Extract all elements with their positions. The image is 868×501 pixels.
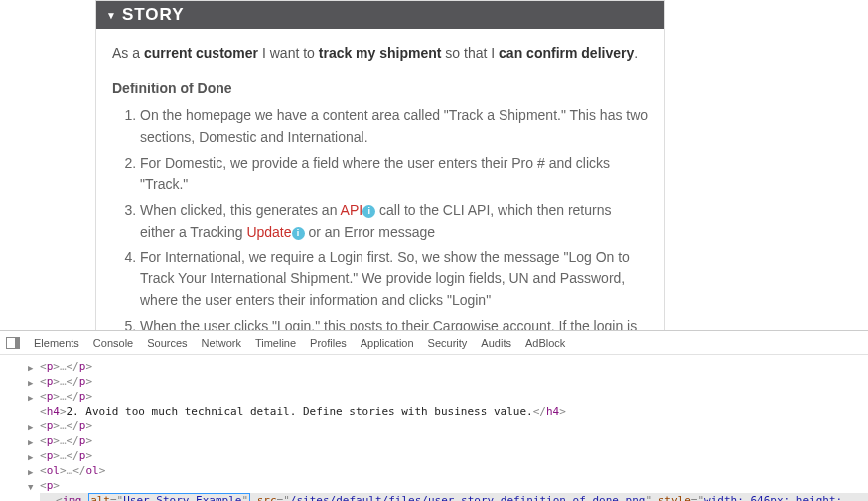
tab-adblock[interactable]: AdBlock — [525, 337, 565, 349]
dom-node[interactable]: ▶<ol>…</ol> — [40, 463, 868, 478]
info-icon[interactable]: i — [362, 205, 375, 218]
tab-timeline[interactable]: Timeline — [255, 337, 296, 349]
list-item: For Domestic, we provide a field where t… — [140, 153, 649, 196]
story-role: current customer — [144, 45, 258, 61]
story-header-title: STORY — [122, 5, 185, 25]
dom-node[interactable]: ▶<p>…</p> — [40, 448, 868, 463]
expand-arrow-icon[interactable]: ▶ — [28, 420, 33, 435]
dom-node[interactable]: ▼<p> — [40, 478, 868, 493]
list-item: When clicked, this generates an APIi cal… — [140, 200, 649, 243]
tab-profiles[interactable]: Profiles — [310, 337, 347, 349]
story-reason: can confirm delivery — [499, 45, 634, 61]
api-link[interactable]: API — [341, 202, 363, 218]
tab-security[interactable]: Security — [428, 337, 468, 349]
expand-arrow-icon[interactable]: ▶ — [28, 376, 33, 391]
tab-console[interactable]: Console — [93, 337, 133, 349]
list-text: or an Error message — [305, 224, 436, 240]
expand-arrow-icon[interactable]: ▼ — [28, 480, 33, 495]
devtools-tabbar: Elements Console Sources Network Timelin… — [0, 331, 868, 355]
expand-arrow-icon[interactable]: ▶ — [28, 465, 33, 480]
tab-network[interactable]: Network — [202, 337, 241, 349]
story-text: . — [634, 45, 638, 61]
definition-of-done-title: Definition of Done — [112, 79, 649, 100]
dom-node[interactable]: ▶<p>…</p> — [40, 418, 868, 433]
expand-arrow-icon[interactable]: ▶ — [28, 435, 33, 450]
tab-audits[interactable]: Audits — [481, 337, 511, 349]
story-text: so that I — [441, 45, 499, 61]
dom-node[interactable]: ▶<p>…</p> — [40, 433, 868, 448]
page-root: ▼ STORY As a current customer I want to … — [0, 0, 868, 501]
tab-application[interactable]: Application — [361, 337, 414, 349]
list-item: For International, we require a Login fi… — [140, 248, 649, 312]
dom-node[interactable]: ▶<p>…</p> — [40, 359, 868, 374]
expand-arrow-icon[interactable]: ▶ — [28, 391, 33, 406]
story-text: As a — [112, 45, 144, 61]
dom-node[interactable]: ▶<p>…</p> — [40, 374, 868, 389]
tab-sources[interactable]: Sources — [147, 337, 187, 349]
tab-elements[interactable]: Elements — [34, 337, 79, 349]
list-item: On the homepage we have a content area c… — [140, 105, 649, 148]
dom-node[interactable]: ▶<p>…</p> — [40, 389, 868, 404]
story-sentence: As a current customer I want to track my… — [112, 43, 649, 65]
dom-node-selected[interactable]: <img alt="User Story Example" src="/site… — [40, 493, 868, 501]
devtools-elements-tree[interactable]: ▶<p>…</p> ▶<p>…</p> ▶<p>…</p> <h4>2. Avo… — [0, 355, 868, 501]
devtools-panel: Elements Console Sources Network Timelin… — [0, 330, 868, 501]
collapse-triangle-icon[interactable]: ▼ — [106, 10, 116, 21]
expand-arrow-icon[interactable]: ▶ — [28, 450, 33, 465]
dom-node[interactable]: <h4>2. Avoid too much technical detail. … — [40, 404, 868, 418]
info-icon[interactable]: i — [292, 227, 305, 240]
story-header[interactable]: ▼ STORY — [96, 1, 664, 29]
expand-arrow-icon[interactable]: ▶ — [28, 361, 33, 376]
update-link[interactable]: Update — [246, 224, 291, 240]
story-goal: track my shipment — [319, 45, 442, 61]
story-text: I want to — [258, 45, 319, 61]
list-text: When clicked, this generates an — [140, 202, 341, 218]
dock-side-icon[interactable] — [6, 337, 20, 349]
